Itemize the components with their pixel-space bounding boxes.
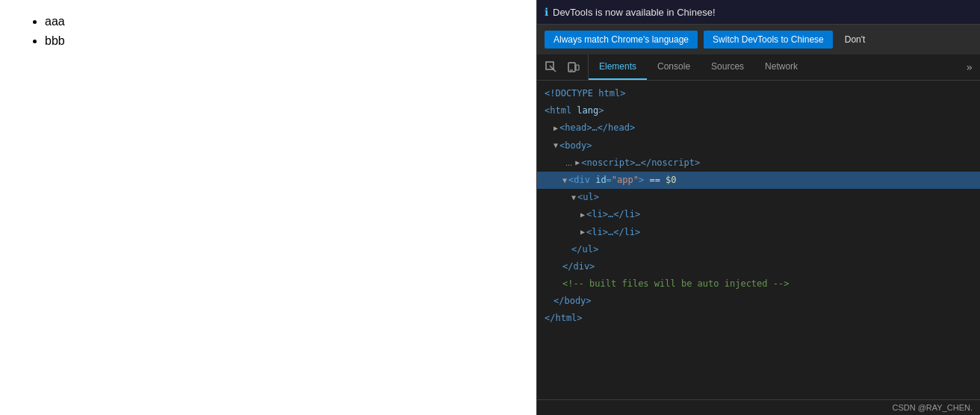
inspect-element-icon[interactable]	[542, 58, 561, 76]
noscript-dots[interactable]: ...	[562, 158, 575, 167]
comment-text: <!-- built files will be auto injected -…	[562, 277, 789, 291]
devtools-panel: ℹ DevTools is now available in Chinese! …	[536, 0, 980, 415]
li1-tag: <li>	[586, 208, 608, 222]
div-open-tag: <div	[568, 173, 595, 187]
tab-network[interactable]: Network	[754, 54, 808, 80]
html-close-tag: </html>	[545, 311, 583, 325]
body-open-tag: <body>	[559, 139, 592, 153]
head-arrow[interactable]: ▶	[553, 122, 558, 134]
svg-rect-3	[576, 65, 579, 70]
notification-text: DevTools is now available in Chinese!	[553, 7, 716, 18]
ul-close-tag: </ul>	[571, 243, 598, 257]
more-tabs-icon[interactable]: »	[959, 61, 980, 73]
switch-chinese-button[interactable]: Switch DevTools to Chinese	[704, 31, 833, 49]
dom-line-noscript: ... ▶ <noscript>…</noscript>	[537, 155, 980, 172]
dom-line-doctype: <!DOCTYPE html>	[537, 85, 980, 102]
li2-arrow[interactable]: ▶	[580, 226, 585, 238]
dom-line-html: <html lang>	[537, 102, 980, 119]
div-arrow[interactable]: ▼	[562, 175, 567, 187]
devtools-footer: CSDN @RAY_CHEN.	[537, 399, 980, 415]
dom-line-div-close: </div>	[537, 258, 980, 275]
dom-line-comment: <!-- built files will be auto injected -…	[537, 275, 980, 293]
html-open-tag: <html	[545, 104, 577, 118]
footer-credit: CSDN @RAY_CHEN.	[892, 403, 973, 412]
dom-line-html-close: </html>	[537, 310, 980, 327]
dom-line-body-close: </body>	[537, 293, 980, 310]
tab-sources[interactable]: Sources	[701, 54, 754, 80]
dom-content: <!DOCTYPE html> <html lang> ▶ <head>…</h…	[537, 81, 980, 399]
notification-bar: ℹ DevTools is now available in Chinese!	[537, 0, 980, 25]
webpage-panel: aaa bbb	[0, 0, 536, 415]
dont-button[interactable]: Don't	[839, 31, 872, 49]
match-language-button[interactable]: Always match Chrome's language	[545, 31, 698, 49]
head-tag: <head>	[559, 121, 592, 135]
noscript-tag: <noscript>	[581, 156, 635, 170]
dom-line-body-open: ▼ <body>	[537, 137, 980, 155]
ul-open-tag: <ul>	[577, 190, 599, 205]
page-list: aaa bbb	[22, 15, 514, 48]
tabs-bar: Elements Console Sources Network »	[537, 54, 980, 81]
action-bar: Always match Chrome's language Switch De…	[537, 25, 980, 54]
device-toolbar-icon[interactable]	[564, 58, 583, 76]
body-close-tag: </body>	[553, 294, 592, 308]
tab-elements[interactable]: Elements	[589, 54, 647, 80]
list-item-aaa: aaa	[45, 15, 514, 28]
noscript-arrow[interactable]: ▶	[575, 157, 580, 169]
dom-line-li2: ▶ <li>…</li>	[537, 224, 980, 241]
html-lang-attr: lang	[577, 104, 598, 118]
doctype-tag: <!DOCTYPE html>	[545, 87, 625, 101]
body-arrow[interactable]: ▼	[553, 140, 558, 152]
tab-icons-group	[537, 54, 589, 80]
li2-tag: <li>	[586, 225, 608, 240]
dom-line-head: ▶ <head>…</head>	[537, 119, 980, 137]
list-item-bbb: bbb	[45, 34, 514, 48]
dom-line-ul-close: </ul>	[537, 241, 980, 258]
dom-line-ul: ▼ <ul>	[537, 189, 980, 206]
li1-arrow[interactable]: ▶	[580, 209, 585, 221]
svg-line-1	[550, 66, 556, 72]
div-close-tag: </div>	[562, 260, 595, 274]
ul-arrow[interactable]: ▼	[571, 192, 576, 204]
dom-line-div-app: ▼ <div id="app"> == $0	[537, 172, 980, 189]
dom-line-li1: ▶ <li>…</li>	[537, 206, 980, 223]
tab-console[interactable]: Console	[647, 54, 701, 80]
info-icon: ℹ	[545, 6, 548, 18]
